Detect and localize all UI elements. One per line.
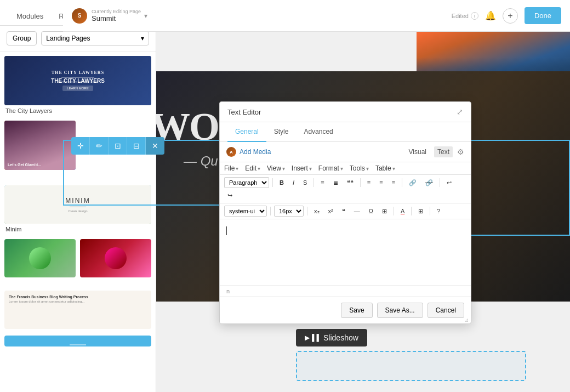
menu-view[interactable]: View ▾ [267,164,285,172]
menu-edit[interactable]: Edit ▾ [245,164,260,172]
blockquote-button[interactable]: ❝❝ [344,178,357,188]
text-button[interactable]: Text [434,146,453,157]
template-pair-row-2 [4,239,151,284]
modal-title: Text Editor [227,108,261,116]
separator [430,207,430,215]
list-item[interactable]: MINIM Clean design Minim [4,185,151,232]
hero-quote-text: — Qu [184,154,218,169]
unlink-button[interactable]: 🔗 [422,178,436,188]
menu-format[interactable]: Format ▾ [318,164,343,172]
tab-modules[interactable]: Modules [9,8,51,26]
tab-advanced[interactable]: Advanced [296,122,340,142]
cancel-button[interactable]: Cancel [428,303,464,318]
link-button[interactable]: 🔗 [406,178,420,188]
bold-button[interactable]: B [276,178,287,188]
template-thumbnail-1: THE CITY LAWYERS Lorem ipsum dolor sit a… [4,56,151,105]
list-item[interactable]: The Francis Business Blog Writing Proces… [4,291,151,329]
resize-handle[interactable]: ⊿ [464,317,469,321]
page-name: Summit [92,14,141,22]
menu-arrow: ▾ [340,166,343,172]
tab-general[interactable]: General [227,122,266,142]
template-thumbnail-2: Let's Get Glam'd... [4,121,76,170]
align-left-button[interactable]: ≡ [364,178,374,188]
template-label-3: Minim [4,226,151,232]
maximize-icon[interactable]: ⤢ [457,107,463,116]
slideshow-icon: ▶▐▐ [305,334,319,342]
slideshow-drop-zone[interactable] [296,351,526,381]
undo-button[interactable]: ↩ [443,178,455,188]
add-media-row: A Add Media Visual Text ⚙ [220,142,471,162]
menu-insert[interactable]: Insert ▾ [292,164,312,172]
slideshow-label: ▶▐▐ Slideshow [296,329,367,346]
template-thumbnail-3: MINIM Clean design [4,185,151,224]
list-item[interactable] [4,336,151,346]
align-right-button[interactable]: ≡ [389,178,398,188]
save-as-button[interactable]: Save As... [377,303,423,318]
editor-toolbar-row-1: Paragraph B I S ≡ ≣ ❝❝ ≡ ≡ ≡ 🔗 🔗 ↩ ↪ [220,175,471,203]
top-bar-right: Edited i 🔔 + Done [452,7,561,24]
special-char-button[interactable]: Ω [366,206,377,216]
indent-button[interactable]: ⊞ [379,206,390,217]
element-toolbar: ✛ ✏ ⊡ ⊟ ✕ [71,137,164,155]
italic-button[interactable]: I [289,178,298,188]
separator [272,178,273,187]
font-color-button[interactable]: A [397,206,408,216]
list-item[interactable] [4,239,76,277]
menu-arrow: ▾ [392,166,395,172]
chevron-down-icon: ▾ [144,12,147,20]
align-center-button[interactable]: ≡ [376,178,386,188]
menu-arrow: ▾ [258,166,260,172]
category-select[interactable]: Landing Pages ▾ [41,31,149,46]
add-media-button[interactable]: A Add Media [226,147,271,157]
separator [360,178,361,187]
list-item[interactable]: THE CITY LAWYERS Lorem ipsum dolor sit a… [4,56,151,114]
menu-table[interactable]: Table ▾ [375,164,395,172]
visual-button[interactable]: Visual [406,146,430,157]
visual-text-toggle: Visual Text ⚙ [406,146,464,157]
plus-icon[interactable]: + [503,8,518,24]
page-label: Currently Editing Page [92,9,141,14]
columns-button[interactable]: ⊟ [127,137,146,155]
menu-file[interactable]: File ▾ [224,164,238,172]
list-item[interactable] [80,239,151,277]
templates-grid: THE CITY LAWYERS Lorem ipsum dolor sit a… [0,52,156,392]
subscript-button[interactable]: x₂ [311,206,323,217]
separator [411,207,412,215]
separator [394,207,394,215]
font-select[interactable]: system-ui [224,206,267,217]
edit-button[interactable]: ✏ [90,137,109,155]
strikethrough-button[interactable]: S [300,178,310,188]
group-button[interactable]: Group [7,31,37,46]
tab-style[interactable]: Style [266,122,297,142]
modal-tabs: General Style Advanced [220,122,471,142]
gear-icon[interactable]: ⚙ [457,147,464,156]
ul-button[interactable]: ≡ [317,178,327,188]
editor-toolbar-row-2: system-ui 16px x₂ x² ❝ — Ω ⊞ A ⊞ ? [220,203,471,219]
info-icon: i [471,12,478,20]
page-info: Currently Editing Page Summit [92,9,141,22]
ol-button[interactable]: ≣ [330,178,341,188]
editor-content-area[interactable] [220,219,471,285]
size-select[interactable]: 16px [274,206,304,217]
redo-button[interactable]: ↪ [224,190,236,201]
menu-arrow: ▾ [309,166,312,172]
separator [314,178,314,187]
save-button[interactable]: Save [341,303,372,318]
blockquote2-button[interactable]: ❝ [339,206,349,217]
hr-button[interactable]: — [351,206,363,216]
bell-icon[interactable]: 🔔 [485,10,496,21]
close-button[interactable]: ✕ [146,137,164,155]
help-button[interactable]: ? [434,206,443,216]
list-item[interactable]: Let's Get Glam'd... [4,121,76,172]
done-button[interactable]: Done [525,7,561,24]
superscript-button[interactable]: x² [325,206,337,216]
table-button[interactable]: ⊞ [415,206,426,217]
separator [440,178,440,187]
menu-tools[interactable]: Tools ▾ [350,164,369,172]
paragraph-select[interactable]: Paragraph [224,177,269,188]
slideshow-container: ▶▐▐ Slideshow [296,329,526,381]
move-button[interactable]: ✛ [71,137,90,155]
layout-button[interactable]: ⊡ [109,137,127,155]
edited-status: Edited i [452,12,478,20]
separator [402,178,402,187]
